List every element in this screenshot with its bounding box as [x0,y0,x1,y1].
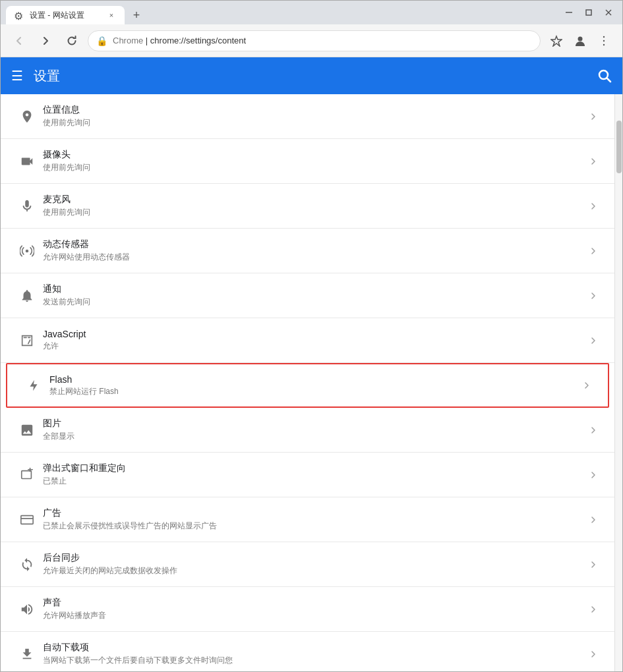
sync-icon [11,557,43,572]
flash-subtitle: 禁止网站运行 Flash [49,386,581,397]
tab-title: 设置 - 网站设置 [30,10,101,21]
download-subtitle: 当网站下载第一个文件后要自动下载更多文件时询问您 [43,655,588,666]
scrollbar-thumb[interactable] [616,121,622,173]
images-arrow-icon [588,425,599,435]
chrome-menu-button[interactable] [593,30,614,51]
download-content: 自动下载项 当网站下载第一个文件后要自动下载更多文件时询问您 [43,642,588,666]
active-tab[interactable]: ⚙ 设置 - 网站设置 × [6,6,125,24]
download-arrow-icon [588,649,599,659]
motion-sensor-icon [11,244,43,258]
list-item-images[interactable]: 图片 全部显示 [1,408,614,453]
window-controls [560,6,617,19]
title-bar: ⚙ 设置 - 网站设置 × + [1,1,622,24]
hamburger-menu-icon[interactable]: ☰ [11,68,23,84]
camera-icon [11,154,43,169]
svg-marker-4 [551,36,562,46]
window-close-button[interactable] [600,6,617,19]
list-item-flash[interactable]: Flash 禁止网站运行 Flash [6,363,609,408]
javascript-subtitle: 允许 [43,341,588,352]
location-content: 位置信息 使用前先询问 [43,104,588,128]
popups-arrow-icon [588,470,599,480]
svg-rect-13 [21,515,33,524]
microphone-icon [11,199,43,213]
flash-title: Flash [49,374,581,385]
location-subtitle: 使用前先询问 [43,117,588,128]
minimize-button[interactable] [560,6,578,19]
location-arrow-icon [588,111,599,122]
list-item-microphone[interactable]: 麦克风 使用前先询问 [1,184,614,229]
sound-title: 声音 [43,597,588,609]
nav-bar: 🔒 Chrome | chrome://settings/content [1,24,622,57]
back-button[interactable] [9,30,30,51]
sound-arrow-icon [588,604,599,615]
popups-subtitle: 已禁止 [43,476,588,487]
sound-content: 声音 允许网站播放声音 [43,597,588,621]
list-item-camera[interactable]: 摄像头 使用前先询问 [1,139,614,184]
sound-icon [11,602,43,617]
svg-rect-12 [22,470,32,478]
list-item-background-sync[interactable]: 后台同步 允许最近关闭的网站完成数据收发操作 [1,542,614,587]
ads-arrow-icon [588,515,599,525]
microphone-arrow-icon [588,201,599,211]
settings-header: ☰ 设置 [1,57,622,94]
motion-subtitle: 允许网站使用动态传感器 [43,252,588,263]
flash-arrow-icon [581,380,592,391]
download-icon [11,647,43,661]
flash-content: Flash 禁止网站运行 Flash [49,374,581,397]
camera-content: 摄像头 使用前先询问 [43,149,588,173]
javascript-content: JavaScript 允许 [43,329,588,352]
list-item-motion[interactable]: 动态传感器 允许网站使用动态传感器 [1,229,614,273]
content-area: 位置信息 使用前先询问 摄像头 使用前先询问 [1,94,622,671]
settings-list: 位置信息 使用前先询问 摄像头 使用前先询问 [1,94,614,671]
list-item-sound[interactable]: 声音 允许网站播放声音 [1,587,614,632]
nav-actions [546,30,614,51]
svg-line-10 [607,78,611,82]
notifications-arrow-icon [588,291,599,301]
svg-point-6 [603,36,605,37]
ads-title: 广告 [43,507,588,519]
list-item-notifications[interactable]: 通知 发送前先询问 [1,273,614,318]
address-text: Chrome | chrome://settings/content [113,36,532,45]
list-item-download[interactable]: 自动下载项 当网站下载第一个文件后要自动下载更多文件时询问您 [1,632,614,671]
bookmark-button[interactable] [546,30,567,51]
list-item-ads[interactable]: 广告 已禁止会展示侵扰性或误导性广告的网站显示广告 [1,497,614,542]
list-item-popups[interactable]: 弹出式窗口和重定向 已禁止 [1,453,614,497]
location-icon [11,109,43,124]
list-item-javascript[interactable]: JavaScript 允许 [1,318,614,363]
svg-point-5 [578,36,583,41]
tab-close-button[interactable]: × [106,10,117,20]
forward-button[interactable] [35,30,56,51]
javascript-title: JavaScript [43,329,588,339]
new-tab-button[interactable]: + [127,6,146,24]
scrollbar[interactable] [614,94,622,671]
background-sync-arrow-icon [588,559,599,570]
camera-arrow-icon [588,156,599,167]
list-item-location[interactable]: 位置信息 使用前先询问 [1,94,614,139]
sound-subtitle: 允许网站播放声音 [43,610,588,621]
svg-rect-1 [586,10,591,15]
motion-content: 动态传感器 允许网站使用动态传感器 [43,238,588,263]
address-bar[interactable]: 🔒 Chrome | chrome://settings/content [88,30,541,51]
images-title: 图片 [43,418,588,430]
images-icon [11,423,43,437]
camera-title: 摄像头 [43,149,588,161]
location-title: 位置信息 [43,104,588,116]
popups-content: 弹出式窗口和重定向 已禁止 [43,462,588,487]
motion-title: 动态传感器 [43,238,588,250]
svg-rect-0 [566,12,572,13]
settings-page-title: 设置 [34,67,597,85]
microphone-title: 麦克风 [43,194,588,206]
maximize-button[interactable] [580,6,597,19]
notifications-title: 通知 [43,283,588,295]
settings-search-icon[interactable] [597,69,612,83]
flash-icon [18,378,49,393]
reload-button[interactable] [61,30,82,51]
popups-title: 弹出式窗口和重定向 [43,462,588,474]
camera-subtitle: 使用前先询问 [43,162,588,173]
profile-button[interactable] [570,30,591,51]
ads-icon [11,513,43,527]
background-sync-subtitle: 允许最近关闭的网站完成数据收发操作 [43,565,588,576]
tab-favicon-icon: ⚙ [14,10,24,20]
notifications-subtitle: 发送前先询问 [43,296,588,308]
tab-bar: ⚙ 设置 - 网站设置 × + [6,1,560,24]
